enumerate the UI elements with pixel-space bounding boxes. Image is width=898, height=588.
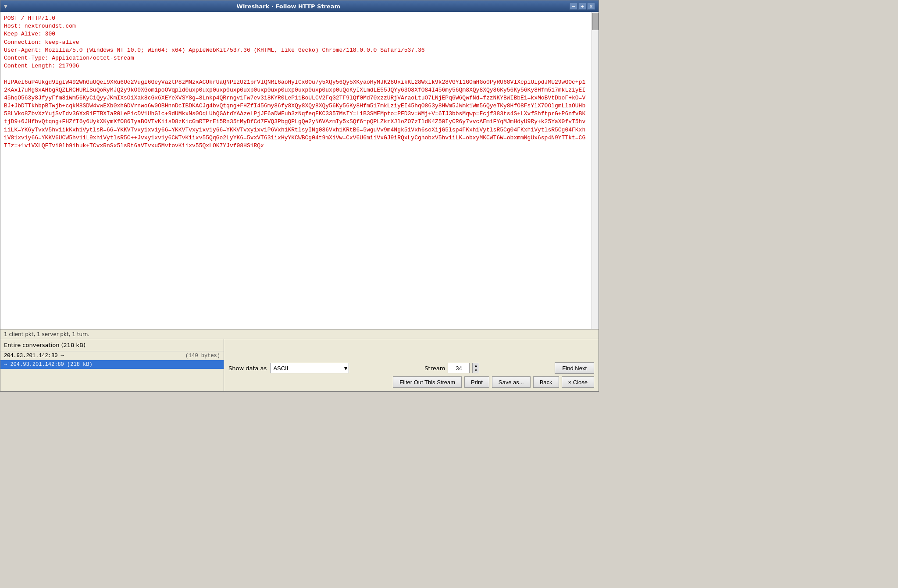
show-data-label: Show data as xyxy=(228,365,267,372)
stream-text-area[interactable]: POST / HTTP/1.0 Host: nextroundst.com Ke… xyxy=(0,12,592,329)
show-data-row: Show data as ASCII Hex Dump C Arrays Raw… xyxy=(228,363,349,373)
stream-spinner: ▲ ▼ xyxy=(472,363,479,373)
bottom-panel: Entire conversation (218 kB) 204.93.201.… xyxy=(0,339,599,391)
print-button[interactable]: Print xyxy=(464,376,489,388)
stream-input[interactable] xyxy=(448,363,470,373)
stream-label: Stream xyxy=(424,365,445,372)
connection-to: → 204.93.201.142:80 (218 kB) xyxy=(4,361,93,368)
show-data-dropdown-wrapper: ASCII Hex Dump C Arrays Raw YAML ▼ xyxy=(270,363,349,373)
stream-row: Stream ▲ ▼ xyxy=(424,363,479,373)
titlebar: ▼ Wireshark · Follow HTTP Stream − + × xyxy=(0,0,599,12)
titlebar-controls: − + × xyxy=(570,3,595,10)
connection-bytes: (140 bytes) xyxy=(185,353,220,359)
conversation-header: Entire conversation (218 kB) xyxy=(0,339,224,351)
scroll-thumb[interactable] xyxy=(592,13,599,30)
maximize-button[interactable]: + xyxy=(578,3,586,10)
scrollbar[interactable] xyxy=(592,12,599,329)
window-title: Wireshark · Follow HTTP Stream xyxy=(7,3,570,10)
conversation-label: Entire conversation (218 kB) xyxy=(4,342,86,348)
show-data-dropdown[interactable]: ASCII Hex Dump C Arrays Raw YAML xyxy=(270,363,349,373)
close-window-button[interactable]: × xyxy=(587,3,595,10)
main-window: ▼ Wireshark · Follow HTTP Stream − + × P… xyxy=(0,0,599,392)
stream-spinner-down[interactable]: ▼ xyxy=(473,368,479,373)
save-as-button[interactable]: Save as... xyxy=(492,376,531,388)
connection-list-panel: Entire conversation (218 kB) 204.93.201.… xyxy=(0,339,224,391)
find-next-button[interactable]: Find Next xyxy=(555,362,594,374)
connection-list[interactable]: 204.93.201.142:80 → (140 bytes) → 204.93… xyxy=(0,351,224,391)
minimize-button[interactable]: − xyxy=(570,3,577,10)
content-area: POST / HTTP/1.0 Host: nextroundst.com Ke… xyxy=(0,12,599,329)
connection-item-server[interactable]: → 204.93.201.142:80 (218 kB) xyxy=(0,360,224,369)
stream-spinner-up[interactable]: ▲ xyxy=(473,363,479,368)
close-button[interactable]: × Close xyxy=(562,376,594,388)
bottom-right-panel: Show data as ASCII Hex Dump C Arrays Raw… xyxy=(224,339,599,391)
titlebar-left: ▼ xyxy=(4,4,7,9)
status-text: 1 client pkt, 1 server pkt, 1 turn. xyxy=(4,331,89,337)
connection-from: 204.93.201.142:80 → xyxy=(4,353,64,359)
filter-out-button[interactable]: Filter Out This Stream xyxy=(393,376,462,388)
back-button[interactable]: Back xyxy=(533,376,559,388)
action-buttons-row: Filter Out This Stream Print Save as... … xyxy=(228,376,594,388)
status-bar: 1 client pkt, 1 server pkt, 1 turn. xyxy=(0,329,599,339)
connection-item-client[interactable]: 204.93.201.142:80 → (140 bytes) xyxy=(0,351,224,360)
menu-arrow-icon[interactable]: ▼ xyxy=(4,4,7,9)
